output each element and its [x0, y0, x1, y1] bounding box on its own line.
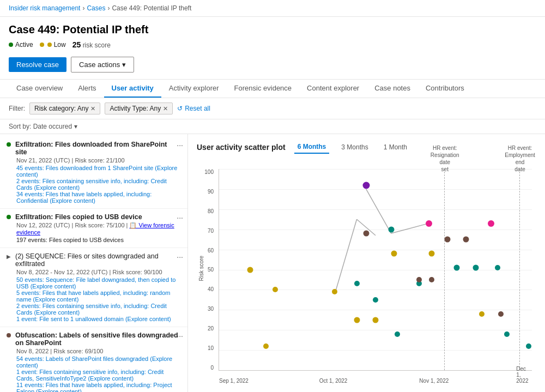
list-item[interactable]: ▶ (2) SEQUENCE: Files or sites downgrade…	[0, 248, 187, 327]
scatter-dot[interactable]	[504, 331, 510, 337]
scatter-dot[interactable]	[354, 281, 360, 286]
active-status: Active	[9, 41, 33, 49]
scatter-dot[interactable]	[445, 237, 451, 243]
filter-row: Filter: Risk category: Any ✕ Activity Ty…	[0, 98, 545, 119]
breadcrumb-cases[interactable]: Cases	[87, 4, 105, 12]
scatter-dot[interactable]	[526, 343, 531, 349]
tab-activity-explorer[interactable]: Activity explorer	[161, 80, 227, 98]
scatter-chart: 100 90 80 70 60 50 40 30 20 10 0 Risk sc…	[197, 158, 536, 392]
main-content: Exfiltration: Files downloaded from Shar…	[0, 134, 545, 392]
scatter-dot[interactable]	[363, 231, 369, 237]
expand-icon[interactable]: ▶	[7, 254, 11, 260]
activity-type-filter[interactable]: Activity Type: Any ✕	[105, 102, 173, 114]
svg-line-1	[391, 224, 429, 233]
connector-lines	[219, 169, 532, 370]
severity-dot	[40, 43, 44, 47]
x-label: Dec 1, 2022	[516, 366, 532, 384]
tab-content-explorer[interactable]: Content explorer	[299, 80, 367, 98]
item-icon	[7, 333, 11, 337]
scatter-plot-panel: User activity scatter plot 6 Months 3 Mo…	[188, 134, 545, 392]
chart-inner: HR event:Resignation dateset HR event:Em…	[219, 169, 532, 371]
scatter-dot[interactable]	[429, 277, 434, 282]
time-1month-button[interactable]: 1 Month	[380, 141, 410, 153]
scatter-dot[interactable]	[488, 220, 494, 227]
case-actions-button[interactable]: Case actions ▾	[71, 57, 134, 73]
risk-category-clear[interactable]: ✕	[90, 105, 95, 112]
active-label: Active	[15, 41, 33, 49]
scatter-dot[interactable]	[247, 267, 253, 273]
scatter-dot[interactable]	[362, 182, 370, 189]
scatter-dot[interactable]	[354, 317, 360, 323]
scatter-dot[interactable]	[272, 287, 278, 292]
scatter-dot[interactable]	[479, 311, 485, 317]
risk-category-filter[interactable]: Risk category: Any ✕	[29, 102, 100, 114]
page-title: Case 449: Potential IP theft	[9, 23, 536, 36]
scatter-dot[interactable]	[373, 297, 378, 303]
scatter-dot[interactable]	[373, 317, 379, 323]
scatter-header: User activity scatter plot 6 Months 3 Mo…	[197, 141, 536, 154]
svg-line-0	[366, 189, 391, 233]
sort-chevron-icon[interactable]: ▾	[74, 123, 77, 130]
scatter-dot[interactable]	[454, 264, 460, 270]
tab-user-activity[interactable]: User activity	[104, 80, 161, 98]
chevron-down-icon: ▾	[122, 61, 126, 69]
filter-label: Filter:	[9, 105, 25, 112]
list-item[interactable]: Exfiltration: Files copied to USB device…	[0, 209, 187, 248]
activity-type-clear[interactable]: ✕	[163, 105, 168, 112]
breadcrumb-insider-risk[interactable]: Insider risk management	[9, 4, 80, 12]
severity-label: Low	[54, 41, 66, 49]
scatter-dot[interactable]	[416, 277, 422, 282]
y-axis-title: Risk score	[198, 256, 204, 281]
item-more-icon[interactable]: ···	[177, 213, 183, 222]
svg-line-2	[335, 219, 356, 294]
scatter-dot[interactable]	[498, 311, 504, 317]
tab-contributors[interactable]: Contributors	[418, 80, 472, 98]
tab-case-overview[interactable]: Case overview	[9, 80, 70, 98]
x-label: Nov 1, 2022	[419, 378, 449, 384]
status-row: Active Low 25 risk score	[9, 40, 536, 49]
active-dot	[9, 43, 13, 47]
risk-score-display: 25 risk score	[72, 40, 111, 49]
resolve-case-button[interactable]: Resolve case	[9, 57, 66, 72]
item-more-icon[interactable]: ···	[177, 252, 183, 261]
item-icon	[7, 142, 11, 147]
item-icon	[7, 215, 11, 219]
tabs-nav: Case overview Alerts User activity Activ…	[0, 80, 545, 98]
reset-icon: ↺	[177, 105, 183, 112]
scatter-dot[interactable]	[388, 226, 394, 232]
tab-alerts[interactable]: Alerts	[70, 80, 104, 98]
scatter-dot[interactable]	[429, 250, 435, 256]
list-item[interactable]: Exfiltration: Files downloaded from Shar…	[0, 136, 187, 209]
activity-list: Exfiltration: Files downloaded from Shar…	[0, 134, 188, 392]
scatter-dot[interactable]	[495, 265, 500, 270]
time-3months-button[interactable]: 3 Months	[338, 141, 371, 153]
scatter-dot[interactable]	[263, 343, 269, 349]
tab-case-notes[interactable]: Case notes	[367, 80, 418, 98]
scatter-dot[interactable]	[332, 289, 337, 294]
list-item[interactable]: Obfuscation: Labels of sensitive files d…	[0, 327, 187, 392]
tab-forensic-evidence[interactable]: Forensic evidence	[227, 80, 300, 98]
item-more-icon[interactable]: ···	[177, 141, 183, 149]
severity-status: Low	[40, 41, 66, 49]
scatter-title: User activity scatter plot	[197, 143, 286, 152]
action-row: Resolve case Case actions ▾	[9, 55, 536, 75]
scatter-dot[interactable]	[395, 331, 400, 337]
sort-row: Sort by: Date occured ▾	[0, 119, 545, 134]
scatter-dot[interactable]	[473, 264, 479, 270]
time-6months-button[interactable]: 6 Months	[294, 141, 330, 154]
scatter-dot[interactable]	[426, 220, 432, 227]
x-label: Sep 1, 2022	[219, 378, 249, 384]
x-label: Oct 1, 2022	[319, 378, 348, 384]
reset-filters-button[interactable]: ↺ Reset all	[177, 105, 210, 112]
scatter-dot[interactable]	[463, 237, 469, 243]
page-header: Case 449: Potential IP theft Active Low …	[0, 17, 545, 80]
item-more-icon[interactable]: ···	[177, 331, 183, 340]
breadcrumb: Insider risk management › Cases › Case 4…	[0, 0, 545, 17]
scatter-dot[interactable]	[391, 250, 397, 256]
breadcrumb-current: Case 449: Potential IP theft	[112, 4, 191, 12]
